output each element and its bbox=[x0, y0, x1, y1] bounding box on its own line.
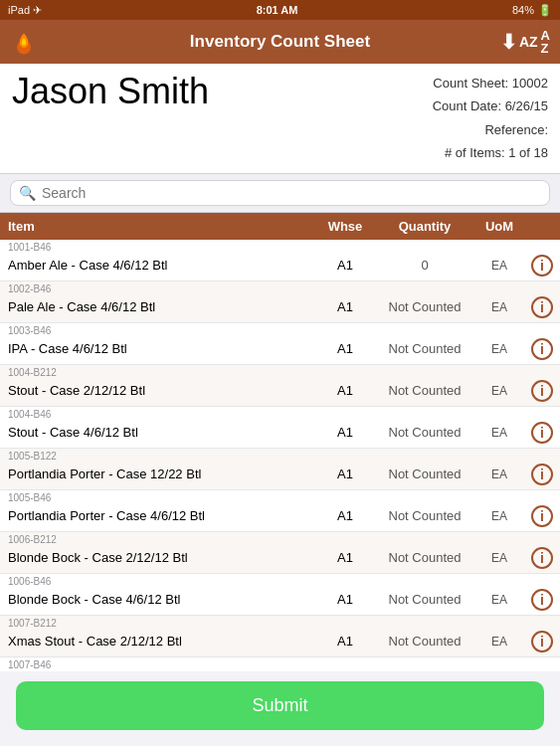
row-uom: EA bbox=[474, 507, 524, 525]
row-info-button[interactable]: i bbox=[524, 422, 560, 444]
ipad-label: iPad ✈ bbox=[8, 4, 42, 17]
row-quantity: Not Counted bbox=[375, 548, 474, 567]
row-code: 1005-B46 bbox=[0, 490, 560, 503]
info-circle-icon[interactable]: i bbox=[531, 589, 553, 611]
info-circle-icon[interactable]: i bbox=[531, 505, 553, 527]
table-row[interactable]: 1006-B212 Blonde Bock - Case 2/12/12 Btl… bbox=[0, 532, 560, 574]
table-row[interactable]: 1005-B46 Portlandia Porter - Case 4/6/12… bbox=[0, 490, 560, 532]
table-row[interactable]: 1007-B212 Xmas Stout - Case 2/12/12 Btl … bbox=[0, 616, 560, 657]
header-section: Jason Smith Count Sheet: 10002 Count Dat… bbox=[0, 64, 560, 174]
nav-bar-title: Inventory Count Sheet bbox=[190, 32, 370, 52]
row-quantity: Not Counted bbox=[375, 381, 474, 400]
reference-label: Reference: bbox=[433, 118, 548, 141]
status-bar-time: 8:01 AM bbox=[257, 4, 298, 16]
row-item-name: IPA - Case 4/6/12 Btl bbox=[0, 341, 315, 356]
info-circle-icon[interactable]: i bbox=[531, 338, 553, 360]
row-item-name: Xmas Stout - Case 2/12/12 Btl bbox=[0, 634, 315, 649]
table-row[interactable]: 1004-B46 Stout - Case 4/6/12 Btl A1 Not … bbox=[0, 407, 560, 449]
user-name: Jason Smith bbox=[12, 72, 209, 111]
row-item-name: Pale Ale - Case 4/6/12 Btl bbox=[0, 299, 315, 314]
sort-button[interactable]: ⬇AZ AZ bbox=[500, 29, 550, 55]
table-row[interactable]: 1006-B46 Blonde Bock - Case 4/6/12 Btl A… bbox=[0, 574, 560, 616]
row-whse: A1 bbox=[315, 590, 375, 609]
col-header-whse: Whse bbox=[315, 217, 375, 236]
search-bar[interactable]: 🔍 bbox=[10, 180, 550, 206]
row-uom: EA bbox=[474, 257, 524, 275]
table-row[interactable]: 1004-B212 Stout - Case 2/12/12 Btl A1 No… bbox=[0, 365, 560, 407]
row-data: Stout - Case 4/6/12 Btl A1 Not Counted E… bbox=[0, 420, 560, 448]
info-circle-icon[interactable]: i bbox=[531, 422, 553, 444]
row-code: 1007-B46 bbox=[0, 657, 560, 670]
row-code: 1003-B46 bbox=[0, 323, 560, 336]
row-whse: A1 bbox=[315, 423, 375, 442]
row-item-name: Portlandia Porter - Case 12/22 Btl bbox=[0, 466, 315, 481]
items-label: # of Items: 1 of 18 bbox=[433, 141, 548, 164]
row-uom: EA bbox=[474, 633, 524, 651]
table-row[interactable]: 1003-B46 IPA - Case 4/6/12 Btl A1 Not Co… bbox=[0, 323, 560, 365]
submit-button[interactable]: Submit bbox=[16, 681, 544, 730]
col-header-quantity: Quantity bbox=[375, 217, 474, 236]
row-info-button[interactable]: i bbox=[524, 505, 560, 527]
table-row[interactable]: 1001-B46 Amber Ale - Case 4/6/12 Btl A1 … bbox=[0, 240, 560, 281]
info-circle-icon[interactable]: i bbox=[531, 464, 553, 485]
row-data: Stout - Case 2/12/12 Btl A1 Not Counted … bbox=[0, 378, 560, 406]
row-quantity: Not Counted bbox=[375, 590, 474, 609]
info-circle-icon[interactable]: i bbox=[531, 380, 553, 402]
row-whse: A1 bbox=[315, 548, 375, 567]
battery-graphic: 🔋 bbox=[538, 4, 552, 17]
info-circle-icon[interactable]: i bbox=[531, 255, 553, 277]
row-code: 1005-B122 bbox=[0, 449, 560, 462]
row-info-button[interactable]: i bbox=[524, 589, 560, 611]
row-info-button[interactable]: i bbox=[524, 338, 560, 360]
table-row[interactable]: 1002-B46 Pale Ale - Case 4/6/12 Btl A1 N… bbox=[0, 281, 560, 323]
row-item-name: Stout - Case 2/12/12 Btl bbox=[0, 383, 315, 398]
count-date-label: Count Date: 6/26/15 bbox=[433, 94, 548, 117]
row-whse: A1 bbox=[315, 256, 375, 275]
row-quantity: Not Counted bbox=[375, 465, 474, 483]
row-quantity: Not Counted bbox=[375, 339, 474, 358]
table-body: 1001-B46 Amber Ale - Case 4/6/12 Btl A1 … bbox=[0, 240, 560, 746]
status-bar-left: iPad ✈ bbox=[8, 4, 42, 17]
row-data: IPA - Case 4/6/12 Btl A1 Not Counted EA … bbox=[0, 336, 560, 364]
info-circle-icon[interactable]: i bbox=[531, 296, 553, 318]
col-header-item: Item bbox=[0, 217, 315, 236]
row-quantity: Not Counted bbox=[375, 297, 474, 316]
submit-container: Submit bbox=[0, 671, 560, 746]
row-info-button[interactable]: i bbox=[524, 380, 560, 402]
row-info-button[interactable]: i bbox=[524, 296, 560, 318]
nav-bar: Inventory Count Sheet ⬇AZ AZ bbox=[0, 20, 560, 64]
row-info-button[interactable]: i bbox=[524, 631, 560, 653]
table-header: Item Whse Quantity UoM bbox=[0, 213, 560, 240]
app-logo-icon bbox=[10, 28, 38, 56]
row-whse: A1 bbox=[315, 632, 375, 651]
search-icon: 🔍 bbox=[19, 185, 36, 201]
info-circle-icon[interactable]: i bbox=[531, 547, 553, 569]
table-row[interactable]: 1005-B122 Portlandia Porter - Case 12/22… bbox=[0, 449, 560, 490]
row-code: 1004-B212 bbox=[0, 365, 560, 378]
row-uom: EA bbox=[474, 591, 524, 609]
user-name-block: Jason Smith bbox=[12, 72, 209, 111]
info-circle-icon[interactable]: i bbox=[531, 631, 553, 653]
count-sheet-label: Count Sheet: 10002 bbox=[433, 72, 548, 94]
row-uom: EA bbox=[474, 382, 524, 400]
row-item-name: Stout - Case 4/6/12 Btl bbox=[0, 425, 315, 440]
row-info-button[interactable]: i bbox=[524, 547, 560, 569]
row-item-name: Portlandia Porter - Case 4/6/12 Btl bbox=[0, 508, 315, 523]
sort-az-icon[interactable]: ⬇AZ AZ bbox=[500, 29, 550, 55]
row-uom: EA bbox=[474, 340, 524, 358]
row-whse: A1 bbox=[315, 381, 375, 400]
battery-icon: 84% bbox=[512, 4, 534, 16]
row-item-name: Blonde Bock - Case 4/6/12 Btl bbox=[0, 592, 315, 607]
row-quantity: Not Counted bbox=[375, 506, 474, 525]
row-item-name: Amber Ale - Case 4/6/12 Btl bbox=[0, 258, 315, 273]
search-container: 🔍 bbox=[0, 174, 560, 213]
row-info-button[interactable]: i bbox=[524, 255, 560, 277]
row-uom: EA bbox=[474, 549, 524, 567]
row-info-button[interactable]: i bbox=[524, 464, 560, 485]
row-code: 1006-B46 bbox=[0, 574, 560, 587]
search-input[interactable] bbox=[42, 185, 541, 201]
row-data: Portlandia Porter - Case 4/6/12 Btl A1 N… bbox=[0, 503, 560, 531]
row-data: Portlandia Porter - Case 12/22 Btl A1 No… bbox=[0, 462, 560, 489]
nav-bar-left bbox=[10, 28, 38, 56]
row-uom: EA bbox=[474, 424, 524, 442]
